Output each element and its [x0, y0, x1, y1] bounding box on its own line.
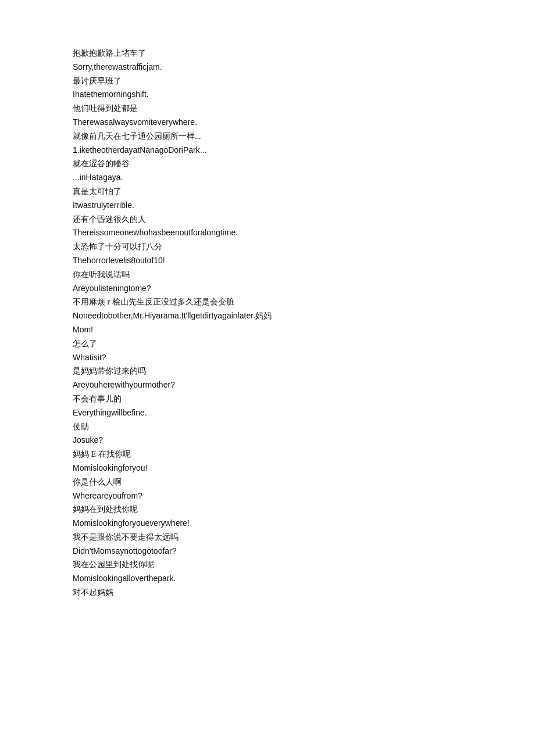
subtitle-line-28: Josuke?	[73, 433, 462, 447]
content-container: 抱歉抱歉路上堵车了Sorry,therewastrafficjam.最讨厌早班了…	[73, 46, 462, 600]
subtitle-line-8: 就在涩谷的幡谷	[73, 157, 462, 171]
subtitle-line-24: Areyouherewithyourmother?	[73, 378, 462, 392]
subtitle-line-30: Momislookingforyou!	[73, 461, 462, 475]
subtitle-line-11: Itwastrulyterrible.	[73, 199, 462, 213]
subtitle-line-37: 我在公园里到处找你呢	[73, 558, 462, 572]
subtitle-line-36: Didn'tMomsaynottogotoofar?	[73, 544, 462, 558]
subtitle-line-19: Noneedtobother,Mr.Hiyarama.It'llgetdirty…	[73, 309, 462, 323]
subtitle-line-5: Therewasalwaysvomiteverywhere.	[73, 116, 462, 130]
subtitle-line-6: 就像前几天在七子通公园厕所一样...	[73, 130, 462, 144]
subtitle-line-20: Mom!	[73, 323, 462, 337]
subtitle-line-13: Thereissomeonewhohasbeenoutforalongtime.	[73, 226, 462, 240]
subtitle-line-38: Momislookingalloverthepark.	[73, 572, 462, 586]
subtitle-line-18: 不用麻烦 r 桧山先生反正没过多久还是会变脏	[73, 295, 462, 309]
subtitle-line-1: Sorry,therewastrafficjam.	[73, 60, 462, 74]
subtitle-line-31: 你是什么人啊	[73, 475, 462, 489]
subtitle-line-34: Momislookingforyoueverywhere!	[73, 517, 462, 531]
subtitle-line-2: 最讨厌早班了	[73, 74, 462, 88]
subtitle-line-0: 抱歉抱歉路上堵车了	[73, 46, 462, 60]
subtitle-line-16: 你在听我说话吗	[73, 268, 462, 282]
subtitle-line-7: 1.iketheotherdayatNanagoDoriPark...	[73, 144, 462, 157]
subtitle-line-25: 不会有事儿的	[73, 392, 462, 406]
subtitle-line-12: 还有个昏迷很久的人	[73, 213, 462, 227]
subtitle-line-21: 怎么了	[73, 337, 462, 351]
subtitle-line-26: Everythingwillbefine.	[73, 406, 462, 420]
subtitle-line-14: 太恐怖了十分可以打八分	[73, 240, 462, 254]
subtitle-line-32: Whereareyoufrom?	[73, 489, 462, 503]
subtitle-line-3: Ihatethemorningshift.	[73, 88, 462, 102]
subtitle-line-15: Thehorrorlevelis8outof10!	[73, 254, 462, 268]
subtitle-line-27: 仗助	[73, 420, 462, 434]
subtitle-line-33: 妈妈在到处找你呢	[73, 503, 462, 517]
subtitle-line-35: 我不是跟你说不要走得太远吗	[73, 531, 462, 544]
subtitle-line-29: 妈妈 E 在找你呢	[73, 447, 462, 461]
subtitle-line-39: 对不起妈妈	[73, 586, 462, 600]
subtitle-line-23: 是妈妈带你过来的吗	[73, 364, 462, 378]
subtitle-line-17: Areyoulisteningtome?	[73, 282, 462, 296]
subtitle-line-22: Whatisit?	[73, 351, 462, 365]
subtitle-line-9: ...inHatagaya.	[73, 171, 462, 185]
subtitle-line-4: 他们吐得到处都是	[73, 102, 462, 116]
subtitle-line-10: 真是太可怕了	[73, 185, 462, 199]
